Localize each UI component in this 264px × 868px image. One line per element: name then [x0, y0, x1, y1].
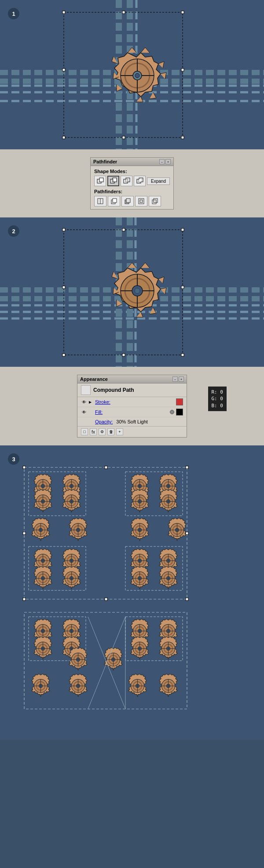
stroke-row: 👁 ▶ Stroke:: [77, 397, 187, 407]
fill-color-swatch[interactable]: [176, 409, 183, 416]
svg-rect-87: [105, 466, 107, 469]
opacity-label[interactable]: Opacity:: [95, 419, 113, 424]
pathfinders-label: Pathfinders:: [94, 189, 170, 194]
svg-rect-90: [186, 532, 188, 535]
pathfinder-panel: Pathfinder – × Shape Modes:: [90, 157, 174, 210]
appearance-panel-controls: – ×: [172, 376, 184, 382]
svg-rect-91: [23, 598, 26, 600]
stroke-color-swatch[interactable]: [176, 398, 183, 405]
section-1: 1: [0, 0, 264, 149]
svg-rect-38: [113, 199, 117, 203]
exclude-shape-button[interactable]: [134, 176, 146, 186]
b-value: B: 0: [212, 402, 224, 409]
fill-visibility-icon[interactable]: 👁: [81, 409, 87, 415]
svg-rect-19: [62, 69, 65, 71]
outline-button[interactable]: [149, 196, 161, 206]
section-2: 2: [0, 217, 264, 367]
crop-button[interactable]: [135, 196, 147, 206]
svg-rect-92: [105, 598, 107, 600]
svg-rect-63: [181, 228, 184, 231]
step-badge-2: 2: [8, 225, 19, 237]
expand-button[interactable]: Expand: [147, 177, 170, 185]
svg-rect-64: [62, 286, 65, 289]
pathfinder-titlebar: Pathfinder – ×: [91, 158, 173, 166]
appearance-minimize[interactable]: –: [172, 376, 178, 382]
shape-modes-row: Expand: [94, 176, 170, 186]
opacity-value: 30% Soft Light: [116, 419, 148, 424]
svg-rect-34: [139, 179, 141, 182]
svg-rect-86: [23, 466, 26, 469]
svg-point-14: [135, 73, 139, 78]
trim-button[interactable]: [108, 196, 120, 206]
pathfinder-panel-wrapper: Pathfinder – × Shape Modes:: [0, 149, 264, 217]
r-value: R: 0: [212, 389, 224, 395]
svg-rect-93: [186, 598, 188, 600]
panel-controls: – ×: [159, 159, 171, 164]
svg-rect-23: [181, 136, 184, 139]
new-item-icon[interactable]: □: [81, 428, 88, 435]
appearance-titlebar: Appearance – ×: [77, 375, 187, 383]
stroke-visibility-icon[interactable]: 👁: [81, 399, 87, 405]
stroke-label[interactable]: Stroke:: [95, 399, 110, 405]
svg-rect-42: [140, 200, 143, 203]
svg-rect-67: [122, 354, 125, 356]
pathfinders-row: [94, 196, 170, 206]
delete-icon[interactable]: 🗑: [107, 428, 114, 435]
shape-modes-label: Shape Modes:: [94, 169, 170, 174]
svg-rect-44: [154, 199, 158, 203]
path-icon: [81, 385, 91, 395]
divide-button[interactable]: [94, 196, 106, 206]
step-badge-1: 1: [8, 8, 19, 19]
settings-icon[interactable]: ⚙: [99, 428, 106, 435]
svg-rect-89: [23, 532, 26, 535]
svg-rect-17: [122, 11, 125, 14]
opacity-visibility-icon: [81, 419, 87, 425]
svg-rect-62: [122, 228, 125, 231]
intersect-shape-button[interactable]: [121, 176, 132, 186]
section-3: 3: [0, 445, 264, 740]
svg-rect-18: [181, 11, 184, 14]
pathfinder-body: Shape Modes: Expand Pathfinders:: [91, 166, 173, 209]
svg-rect-66: [62, 354, 65, 356]
fill-row: 👁 Fill:: [77, 407, 187, 417]
rgb-tooltip: R: 0 G: 0 B: 0: [208, 387, 227, 411]
stroke-expand-icon[interactable]: ▶: [89, 400, 93, 404]
subtract-shape-button[interactable]: [107, 176, 119, 186]
svg-rect-43: [152, 200, 156, 204]
appearance-title: Appearance: [80, 376, 108, 382]
pathfinder-title: Pathfinder: [93, 159, 117, 164]
fx-icon[interactable]: fx: [90, 428, 97, 435]
appearance-body: Compound Path 👁 ▶ Stroke: 👁 Fill:: [77, 383, 187, 437]
svg-rect-21: [62, 136, 65, 139]
svg-rect-65: [181, 286, 184, 289]
svg-rect-68: [181, 354, 184, 356]
svg-rect-31: [126, 179, 128, 182]
panel-bottom-bar: □ fx ⚙ 🗑 +: [77, 426, 187, 437]
appearance-panel-wrapper: Appearance – × Compound Path 👁 ▶ Stroke:: [0, 367, 264, 445]
opacity-row: Opacity: 30% Soft Light: [77, 417, 187, 426]
add-icon[interactable]: +: [116, 428, 123, 435]
compound-path-header: Compound Path: [77, 383, 187, 397]
svg-rect-22: [122, 136, 125, 139]
svg-rect-25: [99, 178, 103, 182]
close-button[interactable]: ×: [165, 159, 171, 164]
fill-label[interactable]: Fill:: [95, 409, 103, 415]
svg-rect-16: [62, 11, 65, 14]
step-badge-3: 3: [8, 453, 19, 465]
svg-rect-20: [181, 69, 184, 71]
add-shape-button[interactable]: [94, 176, 106, 186]
g-value: G: 0: [212, 395, 224, 402]
svg-rect-40: [126, 199, 130, 203]
minimize-button[interactable]: –: [159, 159, 165, 164]
appearance-close[interactable]: ×: [179, 376, 184, 382]
fill-target-dot: [170, 410, 174, 414]
compound-path-label: Compound Path: [93, 387, 134, 393]
svg-rect-88: [186, 466, 188, 469]
svg-point-59: [135, 288, 140, 293]
svg-rect-61: [62, 228, 65, 231]
merge-button[interactable]: [121, 196, 134, 206]
appearance-panel: Appearance – × Compound Path 👁 ▶ Stroke:: [77, 375, 187, 438]
